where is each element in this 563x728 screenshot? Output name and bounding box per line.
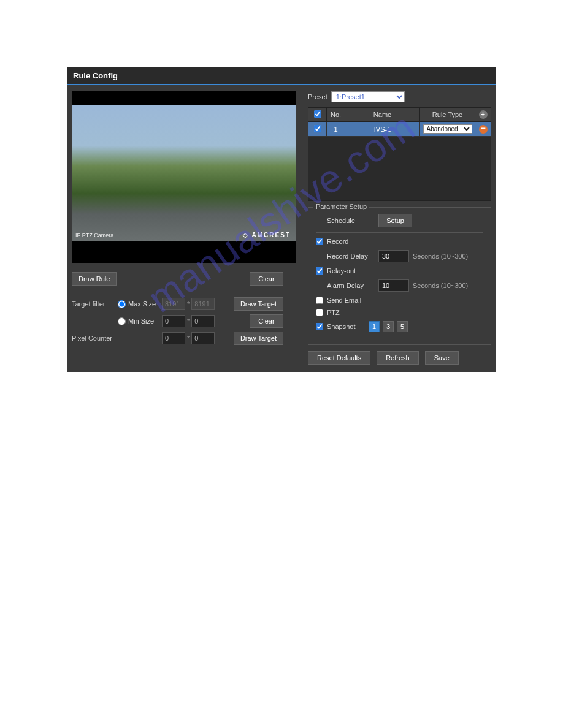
refresh-button[interactable]: Refresh — [377, 351, 419, 365]
pixel-w-input[interactable] — [162, 332, 185, 344]
alarm-delay-input[interactable] — [378, 279, 409, 292]
parameter-setup-group: Parameter Setup Schedule Setup Record Re… — [308, 207, 491, 345]
rules-empty-area — [308, 137, 491, 201]
alarm-delay-label: Alarm Delay — [327, 282, 375, 289]
record-delay-hint: Seconds (10~300) — [413, 252, 468, 260]
max-w-input[interactable] — [162, 298, 185, 310]
target-filter-label: Target filter — [72, 300, 118, 308]
multiply-icon: * — [187, 300, 190, 308]
clear-target-button[interactable]: Clear — [250, 314, 283, 328]
send-email-label: Send Email — [327, 297, 361, 304]
relay-out-label: Relay-out — [327, 267, 356, 275]
schedule-label: Schedule — [327, 217, 375, 224]
video-frame — [72, 105, 296, 241]
divider — [316, 232, 483, 233]
snapshot-label: Snapshot — [327, 323, 365, 330]
draw-target-pixel-button[interactable]: Draw Target — [234, 332, 283, 345]
ptz-label: PTZ — [327, 309, 340, 316]
parameter-setup-legend: Parameter Setup — [313, 203, 369, 210]
delete-rule-icon[interactable]: − — [479, 125, 488, 134]
schedule-setup-button[interactable]: Setup — [378, 214, 412, 227]
clear-rule-button[interactable]: Clear — [250, 272, 283, 286]
col-no: No. — [327, 108, 345, 122]
select-all-checkbox[interactable] — [314, 110, 321, 118]
video-preview[interactable]: IP PTZ Camera ◇ AMCREST — [72, 91, 296, 263]
alarm-delay-hint: Seconds (10~300) — [413, 282, 468, 289]
camera-label: IP PTZ Camera — [75, 232, 113, 238]
pixel-h-input[interactable] — [191, 332, 215, 344]
pixel-counter-label: Pixel Counter — [72, 335, 118, 342]
row-no: 1 — [327, 122, 345, 137]
col-name: Name — [345, 108, 420, 122]
row-name: IVS-1 — [345, 122, 420, 137]
record-delay-label: Record Delay — [327, 252, 375, 260]
max-size-radio-wrap[interactable]: Max Size — [118, 300, 162, 308]
col-type: Rule Type — [420, 108, 475, 122]
draw-target-max-button[interactable]: Draw Target — [234, 297, 283, 311]
snapshot-checkbox[interactable] — [316, 323, 323, 330]
max-h-input[interactable] — [191, 298, 215, 310]
snapshot-5-button[interactable]: 5 — [397, 321, 408, 332]
draw-rule-button[interactable]: Draw Rule — [72, 272, 117, 286]
min-size-label: Min Size — [128, 317, 154, 325]
snapshot-3-button[interactable]: 3 — [383, 321, 394, 332]
add-rule-icon[interactable]: + — [479, 110, 488, 119]
brand-overlay: ◇ AMCREST — [243, 232, 291, 238]
multiply-icon: * — [187, 335, 190, 342]
row-checkbox[interactable] — [314, 125, 321, 132]
preset-label: Preset — [308, 93, 327, 100]
max-size-label: Max Size — [128, 300, 156, 308]
multiply-icon: * — [187, 317, 190, 325]
rule-config-panel: Rule Config IP PTZ Camera ◇ AMCREST Draw… — [67, 67, 496, 372]
min-size-radio[interactable] — [118, 317, 126, 325]
reset-defaults-button[interactable]: Reset Defaults — [308, 351, 370, 365]
send-email-checkbox[interactable] — [316, 297, 323, 304]
ptz-checkbox[interactable] — [316, 309, 323, 316]
record-label: Record — [327, 238, 348, 245]
preset-select[interactable]: 1:Preset1 — [331, 91, 405, 102]
table-row[interactable]: 1 IVS-1 Abandoned − — [308, 122, 491, 137]
relay-out-checkbox[interactable] — [316, 267, 323, 275]
snapshot-1-button[interactable]: 1 — [369, 321, 380, 332]
min-size-radio-wrap[interactable]: Min Size — [118, 317, 162, 325]
rule-type-select[interactable]: Abandoned — [423, 124, 472, 134]
save-button[interactable]: Save — [425, 351, 459, 365]
record-checkbox[interactable] — [316, 238, 323, 245]
panel-title: Rule Config — [67, 67, 496, 85]
record-delay-input[interactable] — [378, 250, 409, 262]
min-w-input[interactable] — [162, 315, 185, 327]
rules-table: No. Name Rule Type + 1 IVS-1 Abandoned — [308, 107, 491, 137]
max-size-radio[interactable] — [118, 300, 126, 308]
min-h-input[interactable] — [191, 315, 215, 327]
